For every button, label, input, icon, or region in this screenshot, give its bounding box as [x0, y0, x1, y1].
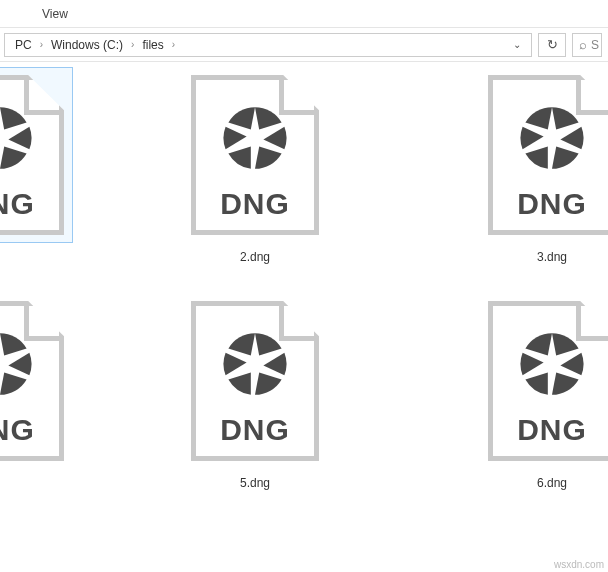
chevron-right-icon: ›: [129, 39, 136, 50]
file-item[interactable]: DNG 2.dng: [183, 68, 327, 264]
file-icon-wrap: DNG: [0, 294, 72, 468]
file-label: 6.dng: [537, 476, 567, 490]
file-icon-wrap: DNG: [480, 294, 608, 468]
search-input[interactable]: ⌕ S: [572, 33, 602, 57]
refresh-icon: ↻: [547, 37, 558, 52]
file-label: 5.dng: [240, 476, 270, 490]
aperture-icon: [0, 103, 35, 173]
file-ext-label: DNG: [191, 413, 319, 447]
file-icon-wrap: DNG: [480, 68, 608, 242]
file-ext-label: DNG: [488, 187, 608, 221]
aperture-icon: [220, 329, 290, 399]
breadcrumb[interactable]: PC › Windows (C:) › files › ⌄: [4, 33, 532, 57]
dng-file-icon: DNG: [488, 301, 608, 461]
file-list: DNG DNG 2.dng DNG 3.dng: [0, 62, 608, 572]
file-item[interactable]: DNG 3.dng: [480, 68, 608, 264]
dng-file-icon: DNG: [191, 301, 319, 461]
file-icon-wrap: DNG: [0, 68, 72, 242]
breadcrumb-drive[interactable]: Windows (C:): [47, 38, 127, 52]
aperture-icon: [220, 103, 290, 173]
search-placeholder: S: [591, 38, 599, 52]
address-bar: PC › Windows (C:) › files › ⌄ ↻ ⌕ S: [0, 28, 608, 62]
chevron-right-icon: ›: [38, 39, 45, 50]
search-icon: ⌕: [579, 37, 587, 52]
menu-bar: View: [0, 0, 608, 28]
breadcrumb-folder[interactable]: files: [138, 38, 167, 52]
file-label: 3.dng: [537, 250, 567, 264]
file-item[interactable]: DNG 6.dng: [480, 294, 608, 490]
file-ext-label: DNG: [0, 413, 64, 447]
file-ext-label: DNG: [0, 187, 64, 221]
menu-view[interactable]: View: [32, 3, 78, 25]
file-item[interactable]: DNG: [0, 68, 72, 250]
dng-file-icon: DNG: [191, 75, 319, 235]
file-ext-label: DNG: [191, 187, 319, 221]
file-item[interactable]: DNG 5.dng: [183, 294, 327, 490]
refresh-button[interactable]: ↻: [538, 33, 566, 57]
file-label: 2.dng: [240, 250, 270, 264]
file-item[interactable]: DNG: [0, 294, 72, 476]
file-icon-wrap: DNG: [183, 68, 327, 242]
file-ext-label: DNG: [488, 413, 608, 447]
dng-file-icon: DNG: [488, 75, 608, 235]
aperture-icon: [517, 329, 587, 399]
dng-file-icon: DNG: [0, 301, 64, 461]
watermark: wsxdn.com: [554, 559, 604, 570]
aperture-icon: [0, 329, 35, 399]
chevron-down-icon[interactable]: ⌄: [509, 39, 525, 50]
file-icon-wrap: DNG: [183, 294, 327, 468]
breadcrumb-pc[interactable]: PC: [11, 38, 36, 52]
aperture-icon: [517, 103, 587, 173]
dng-file-icon: DNG: [0, 75, 64, 235]
chevron-right-icon: ›: [170, 39, 177, 50]
